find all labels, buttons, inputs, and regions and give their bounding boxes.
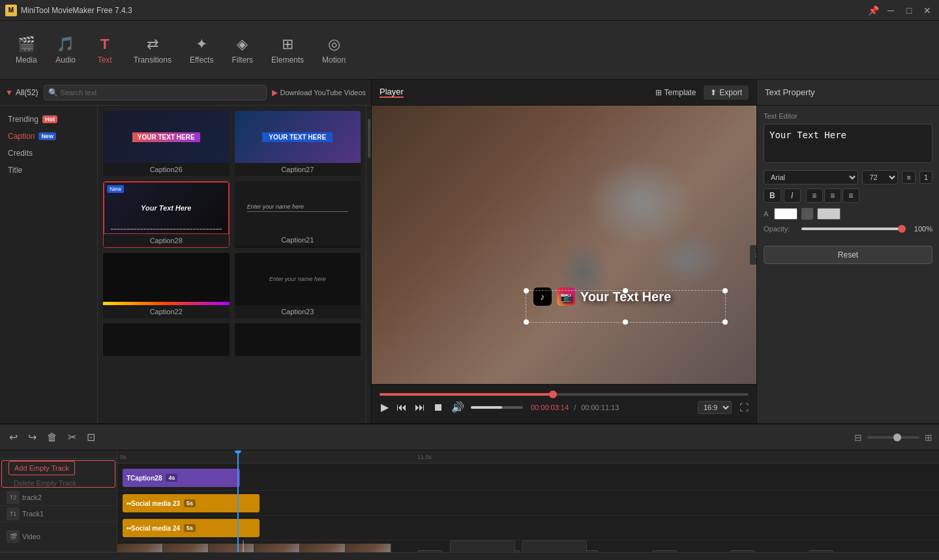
toolbar-transitions[interactable]: ⇄ Transitions — [125, 31, 181, 70]
fullscreen-button[interactable]: ⛶ — [739, 402, 749, 413]
sidebar-item-caption[interactable]: Caption New — [0, 128, 97, 145]
toolbar-effects[interactable]: ✦ Effects — [181, 31, 222, 70]
font-size-select[interactable]: 72 48 36 24 — [862, 170, 898, 184]
minimize-button[interactable]: ─ — [884, 4, 897, 17]
media-icon: 🎬 — [18, 36, 35, 53]
selection-handle-tr[interactable] — [723, 288, 728, 293]
scrollbar-thumb[interactable] — [368, 119, 370, 158]
export-button[interactable]: ⬆ Export — [704, 85, 749, 100]
undo-button[interactable]: ↩ — [7, 428, 20, 446]
player-tab[interactable]: Player — [380, 87, 404, 98]
text-selection-box[interactable] — [526, 290, 726, 323]
video-track-row: 🐱 🐱 🐱 🐱 🐱 🐱 🔊 ⇄ ⇄ ⇄ ⇄ — [117, 540, 939, 552]
caption-card-22[interactable]: Caption22 — [103, 253, 230, 318]
toolbar-text[interactable]: T Text — [85, 31, 125, 70]
empty-video-block-1: ⬇ — [450, 540, 515, 552]
toolbar-motion[interactable]: ◎ Motion — [313, 31, 355, 70]
stroke-color-swatch[interactable] — [801, 208, 813, 220]
toolbar-media[interactable]: 🎬 Media — [7, 31, 46, 70]
zoom-in-icon[interactable]: ⊞ — [925, 432, 932, 443]
panel-collapse-arrow[interactable]: › — [750, 245, 756, 265]
element-clip2-icon: •• — [127, 525, 131, 532]
pin-icon[interactable]: 📌 — [868, 5, 879, 16]
next-frame-button[interactable]: ⏭ — [413, 400, 426, 415]
align-right-button[interactable]: ≡ — [842, 188, 859, 203]
toolbar-elements[interactable]: ⊞ Elements — [262, 31, 313, 70]
crop-button[interactable]: ⊡ — [84, 428, 98, 446]
transition-1[interactable]: ⇄ — [417, 550, 442, 552]
shadow-color-swatch[interactable] — [817, 208, 841, 220]
transition-4[interactable]: ⇄ — [652, 550, 677, 552]
zoom-thumb[interactable] — [893, 434, 901, 441]
sidebar-item-title[interactable]: Title — [0, 162, 97, 179]
youtube-download-button[interactable]: ▶ Download YouTube Videos — [272, 88, 366, 97]
transitions-icon: ⇄ — [147, 36, 158, 53]
numbering-button[interactable]: 1 — [919, 171, 932, 184]
align-center-button[interactable]: ≡ — [824, 188, 841, 203]
track2-label: T2 track2 — [0, 489, 117, 505]
caption-card-26[interactable]: YOUR TEXT HERE Caption26 — [103, 111, 230, 176]
caption-card-27[interactable]: YOUR TEXT HERE Caption27 — [235, 111, 361, 176]
timeline-toolbar: ↩ ↪ 🗑 ✂ ⊡ ⊟ ⊞ — [0, 424, 939, 450]
bold-button[interactable]: B — [764, 188, 781, 203]
text-icon: T — [100, 36, 109, 53]
transition-5[interactable]: ⇄ — [730, 550, 755, 552]
selection-handle-tl[interactable] — [524, 288, 529, 293]
list-style-button[interactable]: ≡ — [902, 171, 915, 184]
social-media-23-clip[interactable]: •• Social media 23 5s — [123, 494, 260, 512]
opacity-slider[interactable] — [801, 228, 904, 230]
sidebar-item-trending[interactable]: Trending Hot — [0, 111, 97, 128]
selection-handle-bl[interactable] — [524, 319, 529, 325]
opacity-row: Opacity: 100% — [764, 225, 932, 233]
sidebar-item-credits[interactable]: Credits — [0, 145, 97, 162]
search-bar[interactable]: 🔍 Search text — [44, 85, 267, 100]
caption-label-26: Caption26 — [103, 163, 230, 176]
caption-card-21[interactable]: Enter your name here Caption21 — [235, 181, 361, 248]
video-strip[interactable]: 🐱 🐱 🐱 🐱 🐱 🐱 — [117, 544, 411, 553]
caption-card-empty2[interactable] — [235, 323, 361, 356]
maximize-button[interactable]: □ — [902, 4, 916, 17]
zoom-slider[interactable] — [867, 436, 919, 439]
social-media-24-clip[interactable]: •• Social media 24 5s — [123, 519, 260, 537]
close-button[interactable]: ✕ — [921, 4, 934, 17]
playhead[interactable] — [237, 450, 239, 552]
toolbar-filters[interactable]: ◈ Filters — [222, 31, 262, 70]
aspect-ratio-select[interactable]: 16:9 9:16 1:1 — [698, 401, 732, 414]
track1-label: T1 Track1 — [0, 506, 117, 522]
progress-bar[interactable] — [380, 393, 749, 396]
opacity-thumb[interactable] — [898, 225, 906, 233]
progress-thumb[interactable] — [549, 391, 557, 398]
trending-hot-badge: Hot — [42, 115, 57, 123]
caption-card-empty1[interactable] — [103, 323, 230, 356]
selection-handle-bc[interactable] — [623, 319, 628, 325]
volume-button[interactable]: 🔊 — [450, 400, 466, 415]
volume-slider[interactable] — [471, 406, 523, 409]
template-icon: ⊞ — [655, 88, 662, 97]
category-dropdown[interactable]: ▼ All(52) — [5, 88, 38, 97]
redo-button[interactable]: ↪ — [25, 428, 39, 446]
right-panel-title: Text Property — [765, 87, 815, 97]
stop-button[interactable]: ⏹ — [432, 400, 445, 415]
prev-frame-button[interactable]: ⏮ — [395, 400, 408, 415]
timeline-scrollbar[interactable] — [0, 552, 939, 560]
font-family-select[interactable]: Arial Times New Roman — [764, 170, 858, 184]
selection-handle-tc[interactable] — [623, 288, 628, 293]
selection-handle-br[interactable] — [723, 319, 728, 325]
transition-6[interactable]: ⇄ — [809, 550, 833, 552]
opacity-value: 100% — [910, 225, 932, 233]
text-edit-area[interactable]: Your Text Here — [764, 124, 932, 163]
text-color-swatch[interactable] — [774, 208, 797, 220]
play-button[interactable]: ▶ — [380, 400, 390, 415]
reset-button[interactable]: Reset — [764, 246, 932, 264]
italic-button[interactable]: I — [784, 188, 801, 203]
delete-button[interactable]: 🗑 — [44, 429, 60, 446]
split-button[interactable]: ✂ — [65, 428, 79, 446]
template-button[interactable]: ⊞ Template — [655, 88, 696, 97]
caption28-clip[interactable]: T Caption28 4s — [123, 469, 240, 487]
toolbar-audio[interactable]: 🎵 Audio — [46, 31, 85, 70]
left-panel: ▼ All(52) 🔍 Search text ▶ Download YouTu… — [0, 80, 372, 423]
caption-card-28[interactable]: New Your Text Here Caption28 — [103, 181, 230, 248]
align-left-button[interactable]: ≡ — [806, 188, 823, 203]
caption-card-23[interactable]: Enter your name here Caption23 — [235, 253, 361, 318]
add-empty-track-button[interactable]: Add Empty Track — [8, 461, 75, 475]
